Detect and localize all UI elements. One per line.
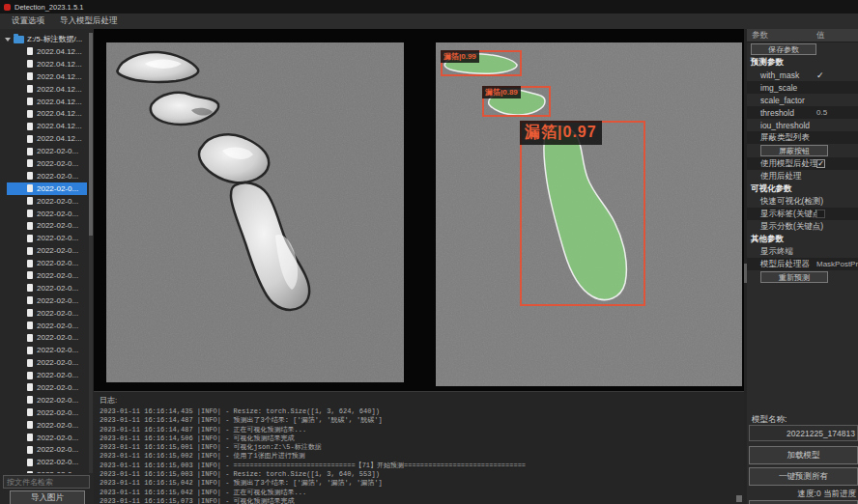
tree-item[interactable]: 2022-02-0... xyxy=(7,320,87,332)
load-model-button[interactable]: 加载模型 xyxy=(749,446,858,464)
param-label: iou_threshold xyxy=(747,121,810,130)
tree-item-label: 2022.04.12... xyxy=(37,122,82,130)
log-title: 日志: xyxy=(100,395,744,406)
tree-item[interactable]: 2022-02-0... xyxy=(7,331,87,344)
tree-scrollbar-thumb[interactable] xyxy=(89,33,93,236)
param-row[interactable]: 显示分数(关键点) xyxy=(747,220,858,233)
param-label: scale_factor xyxy=(747,96,805,105)
file-icon xyxy=(27,135,33,143)
tree-item[interactable]: 2022-02-0... xyxy=(7,444,87,457)
param-row[interactable]: img_scale xyxy=(747,81,858,94)
detection-box: 漏箔|0.97 xyxy=(520,121,645,306)
log-line: 2023-01-11 16:16:14,506 |INFO| - 可视化预测结果… xyxy=(100,434,744,443)
tree-item[interactable]: 2022-02-0... xyxy=(7,244,87,257)
save-params-button[interactable]: 保存参数 xyxy=(751,43,816,55)
tree-item[interactable]: 2022.04.12... xyxy=(7,120,87,132)
log-line: 2023-01-11 16:16:15,003 |INFO| - =======… xyxy=(100,462,744,470)
tree-item-label: 2022-02-0... xyxy=(37,371,78,379)
tree-item[interactable]: 2022.04.12... xyxy=(7,70,87,83)
tree-item[interactable]: 2022-02-0... xyxy=(7,356,87,369)
tree-item[interactable]: 2022-02-0... xyxy=(7,432,87,444)
tree-item[interactable]: 2022-02-0... xyxy=(7,182,87,195)
tree-item[interactable]: 2022-02-0... xyxy=(7,294,87,307)
file-icon xyxy=(27,123,33,130)
tree-item-label: 2022-02-0... xyxy=(37,458,78,466)
tree-item-label: 2022-02-0... xyxy=(37,284,78,293)
import-images-button[interactable]: 导入图片 xyxy=(10,490,85,504)
param-button-row: 重新预测 xyxy=(747,270,858,284)
param-row[interactable]: scale_factor xyxy=(747,94,858,106)
checkbox-empty[interactable] xyxy=(816,210,825,218)
tree-item[interactable]: 2022-02-0... xyxy=(7,381,87,394)
re-predict-button[interactable]: 重新预测 xyxy=(760,271,828,283)
tree-item[interactable]: 2022.04.12... xyxy=(7,107,87,120)
tree-item-label: 2022-02-0... xyxy=(37,434,78,442)
tree-item[interactable]: 2022-02-0... xyxy=(7,369,87,381)
tree-root-folder[interactable]: Z:/5-标注数据/... xyxy=(0,33,94,45)
tree-item[interactable]: 2022.04.12... xyxy=(7,45,87,58)
tree-item[interactable]: 2022-02-0 xyxy=(7,468,87,473)
tree-item[interactable]: 2022-02-0... xyxy=(7,232,87,244)
param-row[interactable]: 显示终端 xyxy=(747,245,858,258)
menu-item[interactable]: 导入模型后处理 xyxy=(52,14,126,29)
tree-item-label: 2022-02-0... xyxy=(37,210,78,218)
tree-item[interactable]: 2022-02-0... xyxy=(7,170,87,182)
menu-item[interactable]: 设置选项 xyxy=(4,14,52,29)
tree-scrollbar[interactable] xyxy=(89,33,93,473)
log-scrollbar-thumb[interactable] xyxy=(736,495,742,502)
tree-item[interactable]: 2022-02-0... xyxy=(7,282,87,294)
param-section-header: 其他参数 xyxy=(747,233,858,245)
file-icon xyxy=(27,247,33,255)
param-row[interactable]: 屏蔽类型列表 xyxy=(747,131,858,144)
param-row[interactable]: iou_threshold xyxy=(747,119,858,131)
param-row[interactable]: 使用模型后处理✓ xyxy=(747,157,858,170)
filename-search-input[interactable] xyxy=(3,475,90,489)
tree-item[interactable]: 2022-02-0... xyxy=(7,208,87,220)
mask-types-button[interactable]: 屏蔽按钮 xyxy=(760,145,828,156)
file-icon xyxy=(27,159,33,167)
tree-item[interactable]: 2022-02-0... xyxy=(7,269,87,282)
tree-item[interactable]: 2022.04.12... xyxy=(7,132,87,145)
tree-item[interactable]: 2022-02-0... xyxy=(7,419,87,432)
param-row[interactable]: 使用后处理 xyxy=(747,170,858,182)
parameters-panel: 参数 值 保存参数预测参数with_mask✓img_scalescale_fa… xyxy=(747,29,858,504)
tree-item-label: 2022-02-0... xyxy=(37,322,78,330)
file-icon xyxy=(27,184,33,192)
params-header-value: 值 xyxy=(816,30,825,42)
param-row[interactable]: 模型后处理器MaskPostPro xyxy=(747,258,858,270)
tree-item[interactable]: 2022-02-0... xyxy=(7,456,87,468)
tree-item[interactable]: 2022.04.12... xyxy=(7,83,87,96)
model-name-field[interactable]: 20221225_174813 xyxy=(749,425,858,441)
predict-all-button[interactable]: 一键预测所有 xyxy=(749,467,858,486)
log-line: 2023-01-11 16:16:14,435 |INFO| - Resize:… xyxy=(100,407,744,416)
param-row[interactable]: 显示标签(关键点) xyxy=(747,208,858,220)
tree-item[interactable]: 2022-02-0... xyxy=(7,394,87,406)
tree-item-list: 2022.04.12...2022.04.12...2022.04.12...2… xyxy=(0,45,94,473)
param-row[interactable]: threshold0.5 xyxy=(747,106,858,119)
tree-item[interactable]: 2022-02-0... xyxy=(7,344,87,356)
file-icon xyxy=(27,296,33,304)
prediction-image-panel[interactable]: 漏箔|0.99漏箔|0.89漏箔|0.97 xyxy=(436,42,742,386)
tree-item-label: 2022-02-0... xyxy=(37,333,78,342)
tree-item[interactable]: 2022-02-0... xyxy=(7,219,87,232)
tree-item[interactable]: 2022-02-0... xyxy=(7,257,87,269)
tree-item[interactable]: 2022-02-0... xyxy=(7,157,87,170)
params-table-header: 参数 值 xyxy=(747,29,858,42)
tree-item[interactable]: 2022-02-0... xyxy=(7,406,87,419)
tree-item[interactable]: 2022-02-0... xyxy=(7,195,87,208)
tree-item[interactable]: 2022.04.12... xyxy=(7,58,87,70)
detection-label: 漏箔|0.99 xyxy=(441,50,479,63)
tree-item[interactable]: 2022-02-0... xyxy=(7,307,87,320)
tree-item[interactable]: 2022-02-0... xyxy=(7,145,87,157)
param-row[interactable]: 快速可视化(检测) xyxy=(747,195,858,208)
source-image-panel[interactable] xyxy=(106,42,404,382)
log-panel[interactable]: 日志: 2023-01-11 16:16:14,435 |INFO| - Res… xyxy=(94,391,744,504)
checkbox-checked[interactable]: ✓ xyxy=(816,159,825,168)
postprocess-settings-button[interactable]: 后处理参数设置 xyxy=(749,500,858,504)
tree-item-label: 2022-02-0... xyxy=(37,445,78,454)
file-icon xyxy=(27,210,33,217)
tree-item[interactable]: 2022.04.12... xyxy=(7,96,87,108)
param-row[interactable]: with_mask✓ xyxy=(747,69,858,81)
chevron-down-icon[interactable] xyxy=(5,38,11,42)
file-icon xyxy=(27,85,33,93)
